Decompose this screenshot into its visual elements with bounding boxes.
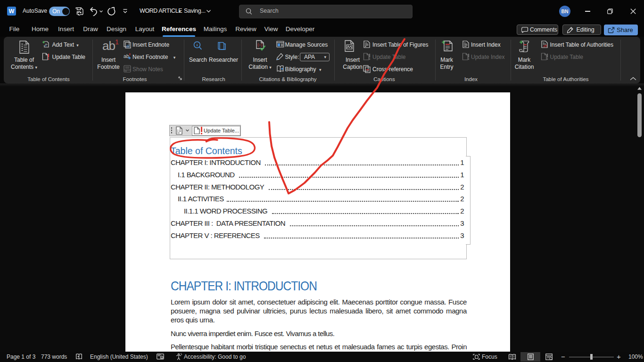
svg-text:a¶: a¶ xyxy=(543,44,547,48)
svg-text:[i]: [i] xyxy=(126,44,129,48)
svg-text:(–): (–) xyxy=(257,42,263,47)
svg-text:W: W xyxy=(9,8,15,15)
